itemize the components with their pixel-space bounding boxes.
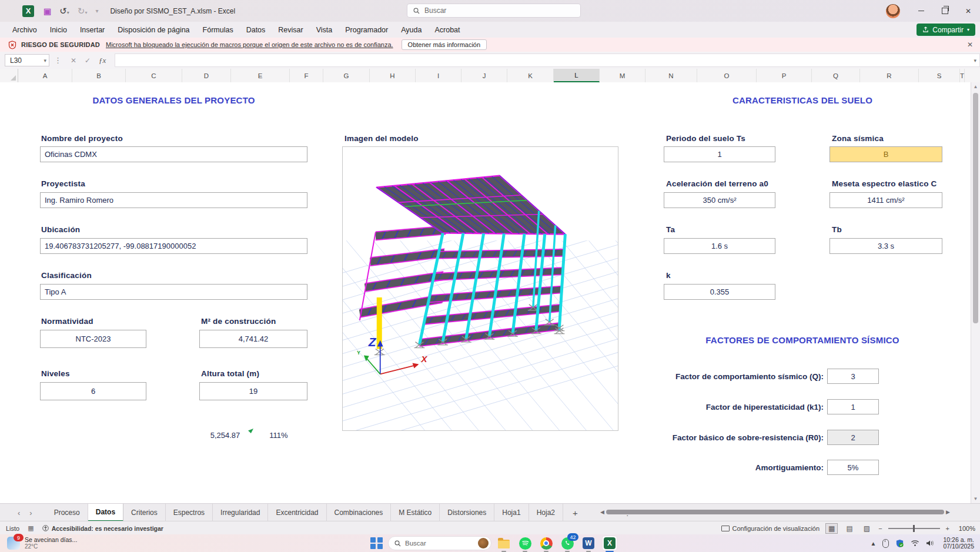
sheet-tab[interactable]: Datos <box>88 504 123 521</box>
ribbon-tab[interactable]: Archivo <box>6 24 44 36</box>
sheet-tab[interactable]: Irregularidad <box>213 504 268 521</box>
field-input-aceleracion[interactable]: 350 cm/s² <box>664 192 775 208</box>
field-input-niveles[interactable]: 6 <box>40 382 146 400</box>
column-header[interactable]: D <box>182 69 231 82</box>
field-input-proyectista[interactable]: Ing. Ramiro Romero <box>40 192 307 208</box>
factor-input-r0[interactable]: 2 <box>827 430 879 445</box>
vertical-scroll-thumb[interactable] <box>973 93 978 323</box>
ribbon-tab[interactable]: Acrobat <box>428 24 466 36</box>
minimize-button[interactable] <box>909 0 933 22</box>
field-input-m2[interactable]: 4,741.42 <box>199 330 307 348</box>
scroll-down-icon[interactable]: ▼ <box>971 496 980 501</box>
sheet-tab[interactable]: Proceso <box>46 504 88 521</box>
column-header[interactable]: G <box>323 69 370 82</box>
restore-button[interactable] <box>933 0 956 22</box>
next-sheet-icon[interactable]: › <box>29 508 32 517</box>
column-header[interactable]: K <box>507 69 554 82</box>
accessibility-status[interactable]: Accesibilidad: es necesario investigar <box>42 525 163 532</box>
wifi-icon[interactable] <box>911 540 919 547</box>
chevron-down-icon[interactable]: ▾ <box>44 58 46 63</box>
column-header[interactable]: I <box>416 69 461 82</box>
field-input-periodo[interactable]: 1 <box>664 146 775 162</box>
column-header[interactable]: H <box>370 69 416 82</box>
weather-widget[interactable]: 9 Se avecinan días... 22°C <box>7 537 77 550</box>
column-header[interactable]: C <box>126 69 182 82</box>
redo-button[interactable]: ↻▾ <box>78 6 88 16</box>
cancel-icon[interactable]: ✕ <box>71 56 76 65</box>
formula-bar-expand-icon[interactable]: ▾ <box>974 58 976 63</box>
start-button[interactable] <box>370 537 383 550</box>
cell-percent[interactable]: 111% <box>258 431 299 440</box>
ribbon-tab[interactable]: Disposición de página <box>111 24 196 36</box>
ribbon-tab[interactable]: Programador <box>339 24 394 36</box>
ribbon-tab[interactable]: Datos <box>240 24 272 36</box>
save-button[interactable]: ▣ <box>44 6 51 16</box>
app-icon-file-explorer[interactable] <box>497 536 511 550</box>
sheet-tab[interactable]: Hoja1 <box>494 504 529 521</box>
sheet-tab[interactable]: Combinaciones <box>327 504 392 521</box>
column-header[interactable]: J <box>461 69 507 82</box>
factor-input-amortiguamiento[interactable]: 5% <box>827 460 879 475</box>
sheet-tab[interactable]: Excentricidad <box>268 504 326 521</box>
ribbon-tab[interactable]: Insertar <box>73 24 111 36</box>
zoom-in-button[interactable]: + <box>946 525 949 532</box>
column-header[interactable]: P <box>757 69 812 82</box>
factor-input-q[interactable]: 3 <box>827 369 879 384</box>
sheet-tab[interactable]: Distorsiones <box>440 504 494 521</box>
ribbon-tab[interactable]: Ayuda <box>394 24 428 36</box>
banner-info-button[interactable]: Obtener más información <box>402 39 487 50</box>
tray-expand-icon[interactable]: ▲ <box>871 540 877 547</box>
view-page-break-button[interactable]: ▨ <box>861 524 872 533</box>
scroll-left-icon[interactable]: ◀ <box>600 509 604 515</box>
column-header[interactable]: O <box>697 69 757 82</box>
factor-input-k1[interactable]: 1 <box>827 399 879 414</box>
speaker-icon[interactable] <box>926 540 934 547</box>
account-avatar[interactable] <box>886 4 900 18</box>
column-header[interactable]: A <box>18 69 72 82</box>
ribbon-tab[interactable]: Vista <box>310 24 339 36</box>
field-input-nombre[interactable]: Oficinas CDMX <box>40 146 307 162</box>
zoom-slider[interactable] <box>888 528 940 529</box>
ribbon-tab[interactable]: Revisar <box>272 24 309 36</box>
name-box[interactable]: L30 ▾ <box>5 54 49 66</box>
field-input-clasificacion[interactable]: Tipo A <box>40 284 307 300</box>
column-header[interactable]: T <box>960 69 965 82</box>
enter-icon[interactable]: ✓ <box>85 56 91 65</box>
app-icon-whatsapp[interactable]: 42 <box>560 536 574 550</box>
close-button[interactable]: ✕ <box>956 0 980 22</box>
ribbon-tab[interactable]: Inicio <box>44 24 73 36</box>
column-header[interactable]: Q <box>812 69 860 82</box>
app-icon-excel[interactable]: X <box>603 536 617 550</box>
titlebar-search-box[interactable]: Buscar <box>407 4 581 18</box>
field-input-ta[interactable]: 1.6 s <box>664 238 775 254</box>
name-box-splitter[interactable]: ⋮ <box>54 56 62 65</box>
sheet-tab[interactable]: Espectros <box>166 504 213 521</box>
share-button[interactable]: Compartir ▾ <box>917 24 975 36</box>
column-header[interactable]: B <box>72 69 126 82</box>
field-input-k[interactable]: 0.355 <box>664 284 775 300</box>
banner-close-icon[interactable]: ✕ <box>967 41 973 49</box>
banner-message-link[interactable]: Microsoft ha bloqueado la ejecución de m… <box>106 41 393 48</box>
taskbar-search-box[interactable]: Buscar <box>388 536 491 550</box>
view-normal-button[interactable]: ▦ <box>825 523 838 534</box>
field-input-ubicacion[interactable]: 19.406783731205277, -99.08817190000052 <box>40 238 307 254</box>
qat-customize-button[interactable]: ▾ <box>95 8 98 14</box>
sheet-tab[interactable]: Hoja2 <box>529 504 563 521</box>
excel-app-icon[interactable]: X <box>22 5 34 17</box>
field-input-zona[interactable]: B <box>830 146 942 162</box>
column-header[interactable]: E <box>231 69 290 82</box>
windows-security-icon[interactable] <box>895 539 904 548</box>
zoom-level[interactable]: 100% <box>955 525 975 532</box>
column-header[interactable]: R <box>860 69 919 82</box>
horizontal-scrollbar[interactable]: ◀ ▶ <box>598 509 975 515</box>
column-header[interactable]: L <box>554 69 600 82</box>
app-icon-chrome[interactable] <box>539 536 553 550</box>
column-header[interactable]: S <box>919 69 960 82</box>
column-header[interactable]: F <box>290 69 323 82</box>
sheet-tab[interactable]: M Estático <box>391 504 440 521</box>
column-header[interactable]: M <box>600 69 645 82</box>
app-icon-word[interactable]: W <box>581 536 596 550</box>
taskbar-clock[interactable]: 10:26 a. m. 07/10/2025 <box>943 537 974 550</box>
scroll-right-icon[interactable]: ▶ <box>946 509 950 515</box>
vertical-scrollbar[interactable]: ▲ ▼ <box>971 82 980 503</box>
